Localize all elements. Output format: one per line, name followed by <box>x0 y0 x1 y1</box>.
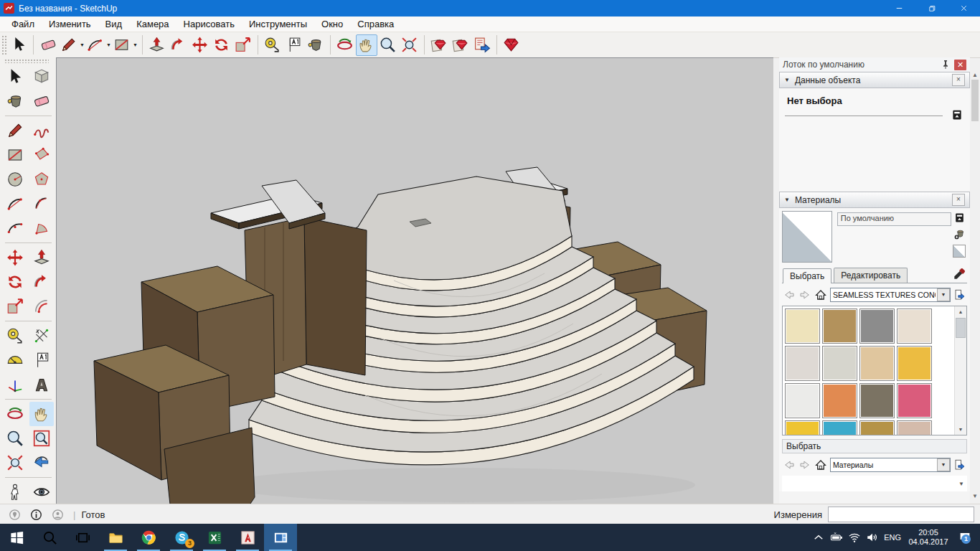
rectangle-tool[interactable] <box>3 143 27 167</box>
3d-text-tool[interactable] <box>29 372 54 397</box>
texture-swatch[interactable] <box>785 346 820 381</box>
freehand-tool[interactable] <box>29 118 54 143</box>
two-point-arc-tool[interactable] <box>3 192 27 216</box>
paint-bucket-tool[interactable] <box>305 34 326 56</box>
restore-button[interactable] <box>915 0 948 17</box>
materials-header[interactable]: ▼ Материалы × <box>779 192 970 208</box>
zoom-window-tool[interactable] <box>29 426 54 451</box>
measurements-input[interactable] <box>828 507 974 522</box>
collection-dropdown[interactable]: SEAMLESS TEXTURES CONCR ▼ <box>830 288 951 302</box>
tray-close-button[interactable]: ✕ <box>954 60 966 70</box>
secondary-collection-dropdown[interactable]: Материалы ▼ <box>830 458 951 472</box>
texture-swatch[interactable] <box>822 309 857 344</box>
zoom-extents-tool[interactable] <box>399 34 420 56</box>
texture-swatch[interactable] <box>785 420 820 435</box>
zoom-tool[interactable] <box>3 426 27 451</box>
home-icon[interactable] <box>814 288 827 301</box>
toolbar-grip[interactable] <box>1 35 6 55</box>
move-tool[interactable] <box>3 245 27 270</box>
paint-bucket-tool[interactable] <box>3 89 27 113</box>
wifi-icon[interactable] <box>848 531 861 544</box>
close-button[interactable] <box>948 0 980 17</box>
action-center-button[interactable]: 1 <box>956 528 974 547</box>
entity-info-header[interactable]: ▼ Данные объекта × <box>779 72 970 88</box>
materials-scrollbar[interactable]: ▲ ▼ <box>954 306 966 435</box>
texture-swatch[interactable] <box>897 309 932 344</box>
scroll-down-icon[interactable]: ▼ <box>958 481 964 487</box>
tape-measure-tool[interactable] <box>262 34 283 56</box>
texture-swatch[interactable] <box>859 309 895 344</box>
move-tool[interactable] <box>189 34 211 56</box>
dropdown-arrow[interactable]: ▼ <box>133 42 138 47</box>
eraser-tool[interactable] <box>37 34 59 56</box>
task-view-button[interactable] <box>66 524 99 551</box>
rectangle-tool[interactable]: ▼ <box>112 34 138 56</box>
dropdown-arrow[interactable]: ▼ <box>80 42 85 47</box>
orbit-tool[interactable] <box>3 402 27 426</box>
dimension-tool[interactable] <box>29 324 54 348</box>
menu-edit[interactable]: Изменить <box>42 17 98 31</box>
pie-tool[interactable] <box>29 216 54 240</box>
materials-close-button[interactable]: × <box>952 194 965 206</box>
clock[interactable]: 20:05 04.04.2017 <box>906 528 951 547</box>
skype-button[interactable]: 3 <box>165 524 198 551</box>
create-material-icon[interactable] <box>953 228 966 240</box>
arc-tool[interactable]: ▼ <box>85 34 112 56</box>
dropdown-arrow[interactable]: ▼ <box>106 42 111 47</box>
texture-swatch[interactable] <box>897 383 932 418</box>
pan-tool[interactable] <box>29 402 54 426</box>
axes-tool[interactable] <box>3 372 27 397</box>
rotate-tool[interactable] <box>3 270 27 294</box>
back-arrow-icon[interactable] <box>783 458 796 471</box>
extension-tool-1[interactable] <box>428 34 450 56</box>
menu-draw[interactable]: Нарисовать <box>176 17 242 31</box>
texture-swatch[interactable] <box>859 346 895 381</box>
file-explorer-button[interactable] <box>99 524 132 551</box>
protractor-tool[interactable] <box>3 348 27 372</box>
pin-icon[interactable] <box>940 59 951 70</box>
credits-info-icon[interactable] <box>29 508 43 522</box>
speaker-icon[interactable] <box>866 531 879 544</box>
battery-icon[interactable] <box>830 531 843 544</box>
previous-view-tool[interactable] <box>29 451 54 475</box>
sketchup-taskbar-button[interactable] <box>264 524 297 551</box>
follow-me-tool[interactable] <box>168 34 189 56</box>
scale-tool[interactable] <box>232 34 254 56</box>
minimize-button[interactable] <box>883 0 915 17</box>
texture-swatch[interactable] <box>785 309 820 344</box>
scroll-down-icon[interactable]: ▼ <box>955 424 966 435</box>
tab-edit[interactable]: Редактировать <box>834 268 908 283</box>
follow-me-tool[interactable] <box>29 270 54 294</box>
texture-swatch[interactable] <box>785 383 820 418</box>
scroll-up-icon[interactable]: ▲ <box>955 306 966 317</box>
texture-swatch[interactable] <box>822 383 857 418</box>
scroll-up-icon[interactable]: ▲ <box>972 72 978 78</box>
texture-swatch[interactable] <box>822 346 857 381</box>
autocad-button[interactable] <box>231 524 264 551</box>
arc-center-tool[interactable] <box>29 192 54 216</box>
zoom-tool[interactable] <box>377 34 399 56</box>
details-menu-icon[interactable] <box>953 288 966 301</box>
menu-file[interactable]: Файл <box>4 17 42 31</box>
scroll-thumb[interactable] <box>971 80 979 121</box>
walk-tool[interactable] <box>3 480 27 504</box>
polygon-tool[interactable] <box>29 167 54 192</box>
texture-swatch[interactable] <box>822 420 857 435</box>
toggle-details-icon[interactable] <box>951 108 963 121</box>
sample-paint-icon[interactable] <box>952 267 966 281</box>
menu-window[interactable]: Окно <box>314 17 350 31</box>
extension-tool-4[interactable] <box>501 34 522 56</box>
texture-swatch[interactable] <box>859 383 895 418</box>
details-menu-icon[interactable] <box>953 458 966 471</box>
eraser-tool[interactable] <box>29 89 54 113</box>
default-material-swatch[interactable] <box>953 245 966 258</box>
forward-arrow-icon[interactable] <box>798 288 811 301</box>
circle-tool[interactable] <box>3 167 27 192</box>
select-tool[interactable] <box>3 65 27 89</box>
scroll-thumb[interactable] <box>956 318 966 338</box>
menu-view[interactable]: Вид <box>98 17 130 31</box>
push-pull-tool[interactable] <box>29 245 54 270</box>
pan-tool[interactable] <box>356 34 377 56</box>
extension-tool-2[interactable] <box>450 34 471 56</box>
three-point-arc-tool[interactable] <box>3 216 27 240</box>
